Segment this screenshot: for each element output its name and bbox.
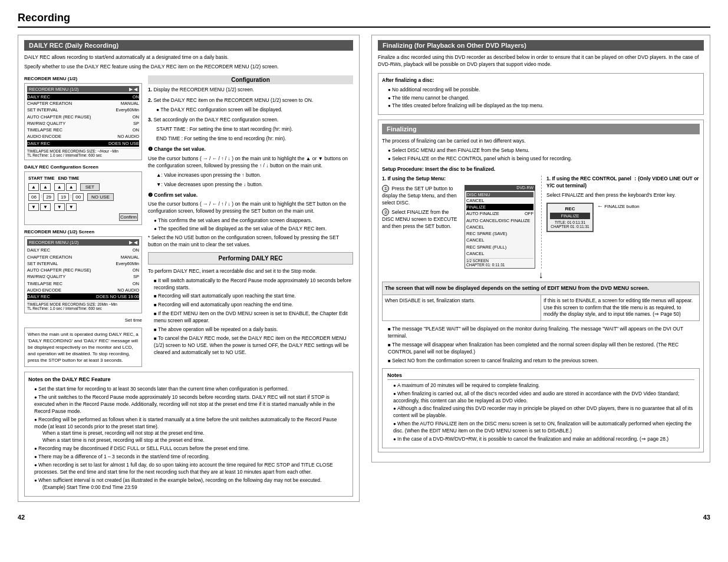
rm1-title: RECORDER MENU (1/2) — [29, 87, 79, 92]
config-inputs: ▲ ▲ ▲ ▲ SET — [28, 183, 138, 191]
finalize-btn-area: REC FINALIZE TITLE: 01 0:11:31CHAPTER 01… — [546, 203, 700, 232]
rm1-row-interval: SET INTERVALEvery60Min — [27, 107, 139, 113]
recorder-menu-screen-1: RECORDER MENU (1/2) ▶ ◀ DAILY RECON CHAP… — [24, 83, 142, 160]
table-header-cell: The screen that will now be displayed de… — [383, 282, 700, 295]
using-rec-control-title: 1. If using the REC CONTROL panel ：(Only… — [546, 176, 700, 190]
rm1-row-chapter: CHAPTER CREATIONMANUAL — [27, 100, 139, 107]
table-body-row: When DISABLE is set, finalization starts… — [383, 295, 700, 321]
using-setup-menu-title: 1. If using the Setup Menu: — [382, 176, 535, 183]
recorder-menu1-label: RECORDER MENU (1/2) — [24, 75, 142, 82]
daily-rec-notes: Notes on the DAILY REC Feature Set the s… — [24, 372, 353, 496]
performing-intro: To perform DAILY REC, insert a recordabl… — [148, 268, 353, 275]
config-values: 06 : 29 19 : 00 NO USE — [28, 193, 138, 201]
rm2-row-auto: AUTO CHAPTER (REC PAUSE)ON — [27, 267, 139, 273]
config-screen-label: DAILY REC Configuration Screen — [24, 164, 142, 170]
intro-text1: DAILY REC allows recording to start/end … — [24, 54, 353, 61]
page-container: Recording DAILY REC (Daily Recording) DA… — [0, 0, 728, 533]
rec-control-method: 1. If using the REC CONTROL panel ：(Only… — [541, 176, 700, 269]
notes-title: Notes on the DAILY REC Feature — [28, 376, 349, 384]
configuration-header: Configuration — [148, 75, 353, 84]
finalizing-sub-section: Finalizing The process of finalizing can… — [378, 120, 704, 452]
rm1-row-auto: AUTO CHAPTER (REC PAUSE)ON — [27, 114, 139, 120]
rm1-row-rw: RW/RW2 QUALITYSP — [27, 120, 139, 127]
after-finalize-box: After finalizing a disc: No additional r… — [378, 73, 704, 115]
screens-column: RECORDER MENU (1/2) RECORDER MENU (1/2) … — [24, 75, 142, 368]
recorder-menu-screen-2: RECORDER MENU (1/2) ▶ ◀ DAILY RECON CHAP… — [24, 236, 142, 313]
daily-rec-title: DAILY REC (Daily Recording) — [24, 40, 353, 51]
right-notes-title: Notes — [387, 372, 694, 380]
operation-note-text: When the main unit is operated during DA… — [28, 332, 139, 363]
finalize-table: The screen that will now be displayed de… — [382, 282, 700, 321]
setup-methods: 1. If using the Setup Menu: ① Press the … — [382, 176, 700, 269]
dvd-screen-mini: DVD-RW DISC MENU CANCEL FINALIZE AUTO FI… — [465, 185, 535, 269]
rec-control-step: Select FINALIZE and then press the keybo… — [546, 192, 700, 199]
rm2-row-rw: RW/RW2 QUALITYSP — [27, 273, 139, 280]
confirm-btn[interactable]: Confirm — [119, 213, 138, 221]
rm2-row-audio: AUDIO ENCODENO AUDIO — [27, 287, 139, 293]
setup-steps-text: ① Press the SET UP button to display the… — [382, 185, 460, 269]
table-col1: When DISABLE is set, finalization starts… — [383, 295, 541, 321]
rm2-content: DAILY RECON CHAPTER CREATIONMANUAL SET I… — [27, 247, 139, 300]
config-screen: START TIME END TIME ▲ ▲ ▲ ▲ — [24, 171, 142, 225]
notes-list: Set the start time for recording to at l… — [28, 386, 349, 491]
step-3: 3. Set accordingly on the DAILY REC conf… — [148, 117, 353, 143]
performing-daily-rec-box: Performing DAILY REC — [148, 252, 353, 265]
right-notes-list: A maximum of 20 minutes will be required… — [387, 382, 694, 443]
left-column: DAILY REC (Daily Recording) DAILY REC al… — [18, 35, 360, 508]
finalizing-title: Finalizing (for Playback on Other DVD Pl… — [378, 40, 704, 51]
page-title: Recording — [18, 12, 710, 28]
intro-text2: Specify whether to use the DAILY REC fea… — [24, 64, 353, 71]
operation-note: When the main unit is operated during DA… — [24, 328, 142, 368]
rm2-row-daily2: DAILY RECDOES NO USE 19:00 — [27, 293, 139, 300]
rm1-content: DAILY RECON CHAPTER CREATIONMANUAL SET I… — [27, 94, 139, 147]
bottom-bullets-list: The message "PLEASE WAIT" will be displa… — [382, 326, 700, 364]
finalize-btn-label: ← FINALIZE button — [597, 203, 640, 209]
finalizing-sub-title: Finalizing — [382, 124, 700, 134]
performing-bullets: It will switch automatically to the Reco… — [148, 277, 353, 356]
after-finalize-list: No additional recording will be possible… — [382, 87, 700, 110]
config-down-arrows: ▼ ▼ ▼ ▼ — [28, 203, 138, 211]
right-notes-box: Notes A maximum of 20 minutes will be re… — [382, 368, 700, 448]
screens-and-config: RECORDER MENU (1/2) RECORDER MENU (1/2) … — [24, 75, 353, 368]
finalize-btn-diagram: REC FINALIZE TITLE: 01 0:11:31CHAPTER 01… — [546, 203, 594, 232]
right-column: Finalizing (for Playback on Other DVD Pl… — [371, 35, 710, 508]
page-number-right: 43 — [703, 514, 710, 521]
finalizing-sub-intro: The process of finalizing can be carried… — [382, 138, 700, 145]
setup-menu-content: ① Press the SET UP button to display the… — [382, 185, 535, 269]
recorder-menu2-label: RECORDER MENU (1/2) Screen — [24, 229, 142, 235]
after-finalize-title: After finalizing a disc: — [382, 77, 700, 84]
rm2-timelapse-note: TIMELAPSE MODE RECORDING SIZE: 20Min ~Mi… — [27, 301, 139, 310]
rm2-row-daily: DAILY RECON — [27, 247, 139, 253]
set-time-label: Set time — [24, 317, 142, 323]
performing-title: Performing DAILY REC — [219, 255, 283, 262]
step-2: 2. Set the DAILY REC item on the RECORDE… — [148, 97, 353, 114]
setup-procedure: Setup Procedure: Insert the disc to be f… — [382, 166, 700, 173]
table-col2: If this is set to ENABLE, a screen for e… — [541, 295, 700, 321]
change-set-value: ❶ Change the set value. Use the cursor b… — [148, 146, 353, 188]
main-content: DAILY REC (Daily Recording) DAILY REC al… — [18, 35, 710, 508]
table-header-row: The screen that will now be displayed de… — [383, 282, 700, 295]
finalizing-intro: Finalize a disc recorded using this DVD … — [378, 54, 704, 68]
confirm-set-value: ❷ Confirm set value. Use the cursor butt… — [148, 192, 353, 249]
rm2-row-chapter: CHAPTER CREATIONMANUAL — [27, 254, 139, 260]
page-numbers: 42 43 — [18, 514, 710, 521]
rm1-row-audio: AUDIO ENCODENO AUDIO — [27, 133, 139, 140]
step-1: 1. Display the RECORDER MENU (1/2) scree… — [148, 87, 353, 94]
rm2-row-timelapse: TIMELAPSE RECON — [27, 280, 139, 287]
rm1-timelapse-note: TIMELAPSE MODE RECORDING SIZE: ~/Hour ~M… — [27, 148, 139, 157]
rm2-row-interval: SET INTERVALEvery60Min — [27, 260, 139, 267]
setup-menu-method: 1. If using the Setup Menu: ① Press the … — [382, 176, 535, 269]
config-steps: Configuration 1. Display the RECORDER ME… — [148, 75, 353, 368]
rm1-row-daily: DAILY RECON — [27, 94, 139, 100]
config-times: START TIME END TIME — [28, 176, 138, 181]
finalizing-section: Finalizing (for Playback on Other DVD Pl… — [371, 35, 710, 462]
page-number-left: 42 — [18, 514, 25, 521]
confirm-bullets: This confirms the set values and the con… — [148, 217, 353, 233]
rm1-row-daily2: DAILY RECDOES NO USE — [27, 140, 139, 147]
rm1-row-timelapse: TIMELAPSE RECON — [27, 127, 139, 133]
finalizing-sub-list: Select DISC MENU and then FINALIZE from … — [382, 147, 700, 163]
arrow-down: ↓ — [382, 270, 700, 280]
daily-rec-section: DAILY REC (Daily Recording) DAILY REC al… — [18, 35, 360, 502]
